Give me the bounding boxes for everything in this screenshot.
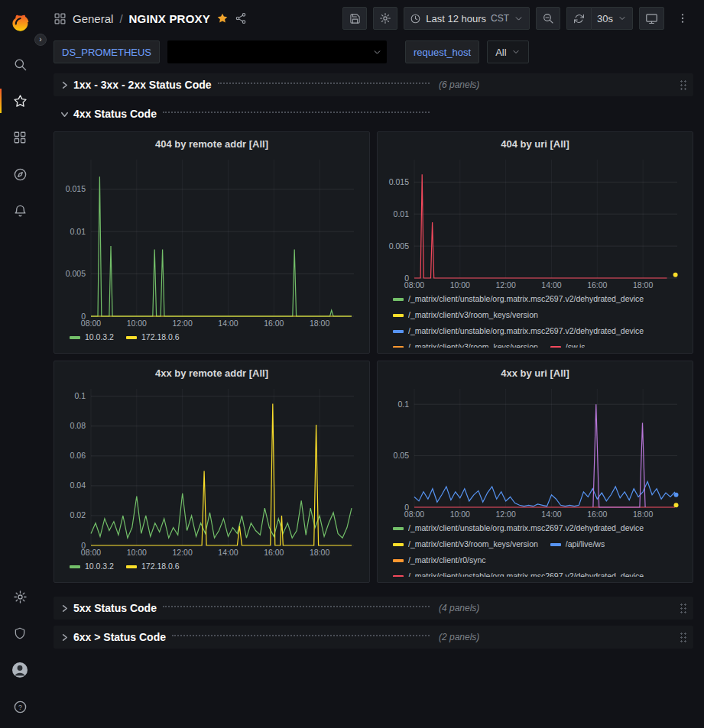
sidebar-item-search[interactable] xyxy=(0,46,40,83)
avatar xyxy=(11,661,29,679)
legend-item[interactable]: 10.0.3.2 xyxy=(70,329,114,345)
shield-icon xyxy=(13,626,27,640)
legend-series-label: /sw.js xyxy=(566,339,586,348)
legend-series-marker xyxy=(393,298,404,301)
legend-item[interactable]: /_matrix/client/v3/room_keys/version xyxy=(393,339,538,348)
timeseries-chart[interactable]: 08:0010:0012:0014:0016:0018:0000.0050.01… xyxy=(60,152,363,329)
variables-submenu: DS_PROMETHEUS request_host All xyxy=(40,37,704,67)
share-icon[interactable] xyxy=(235,12,247,24)
grafana-logo[interactable] xyxy=(0,8,40,38)
refresh-button-group: 30s xyxy=(566,7,633,30)
compass-icon xyxy=(13,167,28,182)
legend-item[interactable]: /sw.js xyxy=(550,339,586,348)
svg-text:12:00: 12:00 xyxy=(496,510,516,519)
legend-item[interactable]: 172.18.0.6 xyxy=(126,329,180,345)
panel-legend: 10.0.3.2172.18.0.6 xyxy=(60,329,363,348)
sidebar-item-explore[interactable] xyxy=(0,156,40,193)
chevron-down-icon xyxy=(372,47,382,57)
legend-item[interactable]: /api/live/ws xyxy=(550,536,605,552)
sidebar-expand-button[interactable]: › xyxy=(34,34,47,46)
sidebar-item-starred[interactable] xyxy=(0,83,40,119)
row-drag-handle[interactable] xyxy=(680,79,687,91)
legend-series-label: 10.0.3.2 xyxy=(85,329,114,345)
row-header-6xx[interactable]: 6xx > Status Code (2 panels) xyxy=(54,626,693,649)
cycle-view-mode-button[interactable] xyxy=(639,7,664,30)
panel-title[interactable]: 404 by uri [All] xyxy=(384,135,686,152)
legend-series-marker xyxy=(393,559,404,562)
legend-series-label: /_matrix/client/unstable/org.matrix.msc2… xyxy=(408,568,644,577)
legend-series-marker xyxy=(70,336,80,339)
legend-item[interactable]: 10.0.3.2 xyxy=(70,558,114,574)
dashboard-title[interactable]: NGINX PROXY xyxy=(129,12,210,25)
legend-series-label: 172.18.0.6 xyxy=(141,329,180,345)
row-drag-handle[interactable] xyxy=(680,603,687,614)
row-title-group: 5xx Status Code xyxy=(58,602,434,614)
sidebar-item-profile[interactable] xyxy=(0,652,40,688)
legend-item[interactable]: /_matrix/client/unstable/org.matrix.msc2… xyxy=(393,520,644,536)
sidebar-item-alerting[interactable] xyxy=(0,193,40,229)
row-leader-dots xyxy=(163,606,430,607)
svg-text:0.01: 0.01 xyxy=(70,227,86,236)
row-title: 1xx - 3xx - 2xx Status Code xyxy=(73,79,212,91)
legend-series-marker xyxy=(126,336,137,339)
legend-series-label: /_matrix/client/v3/room_keys/version xyxy=(408,307,538,323)
row-leader-dots xyxy=(163,112,430,113)
panel-legend: /_matrix/client/unstable/org.matrix.msc2… xyxy=(384,520,686,577)
row-header-5xx[interactable]: 5xx Status Code (4 panels) xyxy=(54,597,693,620)
svg-text:18:00: 18:00 xyxy=(633,510,653,519)
time-range-picker[interactable]: Last 12 hours CST xyxy=(404,7,530,30)
request-host-value-dropdown[interactable]: All xyxy=(487,40,528,63)
sidebar-item-help[interactable]: ? xyxy=(0,688,40,725)
row-drag-handle[interactable] xyxy=(680,632,687,643)
svg-text:12:00: 12:00 xyxy=(173,319,193,328)
more-options-button[interactable] xyxy=(670,7,695,30)
refresh-button[interactable] xyxy=(566,7,591,30)
timezone-label: CST xyxy=(491,13,509,24)
panel-title[interactable]: 4xx by remote addr [All] xyxy=(60,364,363,381)
row-header-4xx[interactable]: 4xx Status Code xyxy=(54,102,693,125)
legend-series-label: /_matrix/client/unstable/org.matrix.msc2… xyxy=(408,291,644,307)
dashboard-settings-button[interactable] xyxy=(373,7,397,30)
legend-item[interactable]: /_matrix/client/unstable/org.matrix.msc2… xyxy=(393,568,644,577)
timeseries-chart[interactable]: 08:0010:0012:0014:0016:0018:0000.0050.01… xyxy=(384,152,686,291)
datasource-variable-label[interactable]: DS_PROMETHEUS xyxy=(54,40,160,63)
dashboards-grid-icon xyxy=(13,131,27,144)
timeseries-chart[interactable]: 08:0010:0012:0014:0016:0018:0000.050.1 xyxy=(384,381,686,520)
row-header-1xx-3xx-2xx[interactable]: 1xx - 3xx - 2xx Status Code (6 panels) xyxy=(54,73,693,96)
sidebar: ? xyxy=(0,0,40,728)
panel-title[interactable]: 4xx by uri [All] xyxy=(384,364,686,381)
sidebar-item-dashboards[interactable] xyxy=(0,119,40,156)
timeseries-chart[interactable]: 08:0010:0012:0014:0016:0018:0000.020.040… xyxy=(60,381,363,558)
row-title-group: 1xx - 3xx - 2xx Status Code xyxy=(58,79,434,91)
sidebar-item-settings[interactable] xyxy=(0,578,40,615)
legend-item[interactable]: /_matrix/client/v3/room_keys/version xyxy=(393,536,538,552)
dashboard-canvas: 1xx - 3xx - 2xx Status Code (6 panels) 4… xyxy=(40,67,704,728)
legend-item[interactable]: 172.18.0.6 xyxy=(126,558,180,574)
legend-item[interactable]: /_matrix/client/unstable/org.matrix.msc2… xyxy=(393,323,644,339)
refresh-interval-dropdown[interactable]: 30s xyxy=(591,7,633,30)
legend-series-label: /_matrix/client/v3/room_keys/version xyxy=(408,536,538,552)
row-title-group: 4xx Status Code xyxy=(58,108,434,120)
row-leader-dots xyxy=(218,83,430,84)
datasource-value-dropdown[interactable] xyxy=(167,40,387,63)
legend-item[interactable]: /_matrix/client/v3/room_keys/version xyxy=(393,307,538,323)
svg-text:0: 0 xyxy=(81,541,86,550)
request-host-variable-label[interactable]: request_host xyxy=(405,40,479,63)
gear-icon xyxy=(13,590,28,604)
legend-item[interactable]: /_matrix/client/r0/sync xyxy=(393,552,486,568)
chevron-down-icon xyxy=(58,110,70,118)
row-leader-dots xyxy=(172,635,430,636)
breadcrumb-folder[interactable]: General xyxy=(73,12,113,25)
save-dashboard-button[interactable] xyxy=(342,7,367,30)
svg-text:10:00: 10:00 xyxy=(450,280,470,290)
favorite-star-icon[interactable] xyxy=(216,12,229,24)
panel-title[interactable]: 404 by remote addr [All] xyxy=(60,135,363,152)
svg-text:0.02: 0.02 xyxy=(70,510,86,519)
svg-text:18:00: 18:00 xyxy=(310,548,329,557)
zoom-out-time-button[interactable] xyxy=(536,7,560,30)
legend-item[interactable]: /_matrix/client/unstable/org.matrix.msc2… xyxy=(393,291,644,307)
panel-legend: /_matrix/client/unstable/org.matrix.msc2… xyxy=(384,291,686,348)
sidebar-item-security[interactable] xyxy=(0,615,40,652)
dashboard-navbar: General / NGINX PROXY xyxy=(40,0,704,37)
svg-text:0.06: 0.06 xyxy=(70,451,86,460)
